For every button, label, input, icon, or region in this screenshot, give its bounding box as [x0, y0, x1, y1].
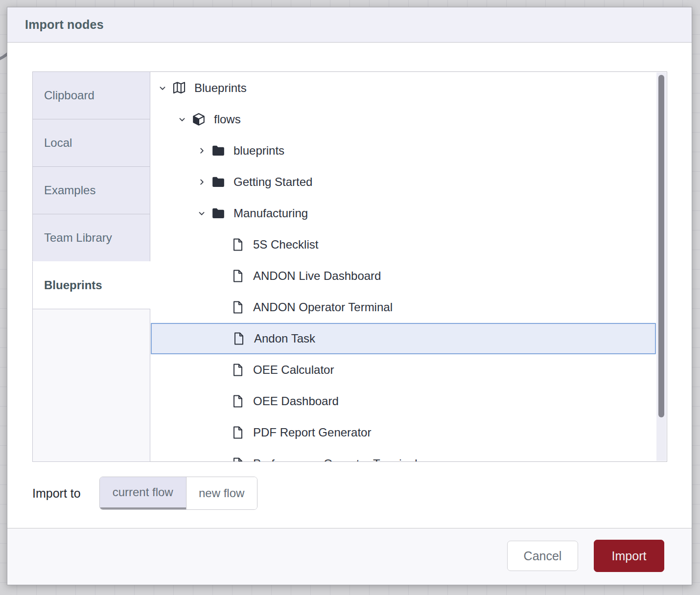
- tree-item-label: OEE Calculator: [253, 363, 334, 377]
- tree-item-label: Manufacturing: [233, 206, 308, 220]
- tree-item-label: flows: [214, 113, 241, 126]
- tab-clipboard[interactable]: Clipboard: [32, 71, 150, 119]
- tree-item-label: 5S Checklist: [253, 238, 318, 252]
- tree-item-pdf-report-generator[interactable]: PDF Report Generator: [150, 417, 656, 448]
- file-icon: [231, 237, 245, 252]
- map-icon: [172, 81, 187, 95]
- file-icon: [231, 363, 245, 377]
- file-icon: [231, 300, 245, 315]
- tree-item-label: Getting Started: [233, 175, 312, 189]
- chevron-spacer: [216, 271, 227, 281]
- chevron-right-icon[interactable]: [196, 145, 207, 156]
- scrollbar-track[interactable]: [656, 72, 666, 461]
- tree-rows: BlueprintsflowsblueprintsGetting Started…: [150, 72, 656, 462]
- library-tree-panel: BlueprintsflowsblueprintsGetting Started…: [150, 71, 667, 462]
- file-icon: [231, 269, 245, 283]
- chevron-spacer: [216, 427, 227, 438]
- tree-item-andon-operator-terminal[interactable]: ANDON Operator Terminal: [150, 292, 656, 323]
- chevron-spacer: [216, 239, 227, 250]
- tree-item-oee-dashboard[interactable]: OEE Dashboard: [150, 386, 656, 417]
- file-icon: [231, 394, 245, 409]
- tree-item-manufacturing[interactable]: Manufacturing: [150, 198, 656, 229]
- chevron-down-icon[interactable]: [177, 114, 187, 125]
- import-nodes-dialog: Import nodes ClipboardLocalExamplesTeam …: [7, 7, 692, 585]
- tree-item-label: Performance Operator Terminal: [253, 457, 418, 462]
- scrollbar-thumb[interactable]: [658, 75, 664, 417]
- tree-item-getting-started[interactable]: Getting Started: [150, 166, 656, 198]
- dialog-title: Import nodes: [25, 18, 104, 32]
- chevron-right-icon: [196, 145, 207, 156]
- tree-item-label: PDF Report Generator: [253, 426, 371, 439]
- import-target-toggle: current flownew flow: [99, 477, 257, 510]
- cancel-button[interactable]: Cancel: [507, 541, 578, 571]
- file-icon: [232, 331, 246, 346]
- import-to-row: Import to current flownew flow: [32, 477, 257, 510]
- file-icon: [231, 457, 245, 462]
- chevron-down-icon: [177, 114, 187, 125]
- folder-icon: [211, 206, 226, 221]
- dialog-footer: Cancel Import: [7, 528, 692, 585]
- tree-item-label: Andon Task: [254, 332, 315, 345]
- file-icon: [231, 269, 245, 283]
- import-to-label: Import to: [32, 486, 81, 501]
- tree-item-flows[interactable]: flows: [150, 104, 656, 135]
- map-icon: [172, 81, 187, 95]
- file-icon: [231, 363, 245, 377]
- file-icon: [231, 457, 245, 462]
- tree-item-andon-live-dashboard[interactable]: ANDON Live Dashboard: [150, 260, 656, 292]
- file-icon: [231, 425, 245, 440]
- tree-item-label: ANDON Live Dashboard: [253, 269, 381, 283]
- chevron-right-icon[interactable]: [196, 177, 207, 187]
- chevron-right-icon: [196, 177, 207, 187]
- chevron-down-icon[interactable]: [196, 208, 207, 219]
- tree-item-performance-operator-terminal[interactable]: Performance Operator Terminal: [150, 448, 656, 462]
- tab-blueprints[interactable]: Blueprints: [32, 261, 151, 309]
- tree-item-label: Blueprints: [194, 81, 247, 95]
- tree-item-label: blueprints: [233, 144, 284, 158]
- file-icon: [232, 331, 246, 346]
- folder-icon: [211, 175, 226, 189]
- chevron-down-icon: [157, 83, 168, 93]
- folder-icon: [211, 175, 226, 189]
- folder-icon: [211, 206, 226, 221]
- file-icon: [231, 394, 245, 409]
- chevron-spacer: [217, 333, 228, 344]
- tree-item-oee-calculator[interactable]: OEE Calculator: [150, 354, 656, 386]
- tab-examples[interactable]: Examples: [32, 166, 150, 214]
- chevron-spacer: [216, 396, 227, 407]
- import-target-new-flow[interactable]: new flow: [186, 477, 257, 509]
- tree-item-label: OEE Dashboard: [253, 394, 339, 408]
- tree-item-andon-task[interactable]: Andon Task: [151, 323, 656, 354]
- chevron-spacer: [216, 458, 227, 462]
- cube-icon: [191, 112, 206, 127]
- folder-icon: [211, 143, 226, 158]
- tree-item-label: ANDON Operator Terminal: [253, 300, 393, 314]
- tree-item-blueprints[interactable]: Blueprints: [150, 72, 656, 104]
- file-icon: [231, 237, 245, 252]
- tab-local[interactable]: Local: [32, 119, 150, 167]
- folder-icon: [211, 143, 226, 158]
- tab-column-filler: [32, 309, 150, 462]
- import-button[interactable]: Import: [594, 540, 664, 572]
- cube-icon: [191, 112, 206, 127]
- dialog-header: Import nodes: [7, 7, 692, 43]
- chevron-down-icon[interactable]: [157, 83, 168, 93]
- tree-item-5s-checklist[interactable]: 5S Checklist: [150, 229, 656, 260]
- file-icon: [231, 425, 245, 440]
- tab-list: ClipboardLocalExamplesTeam LibraryBluepr…: [32, 71, 150, 462]
- chevron-spacer: [216, 365, 227, 375]
- import-target-current-flow[interactable]: current flow: [100, 477, 186, 509]
- chevron-down-icon: [196, 208, 207, 219]
- chevron-spacer: [216, 302, 227, 313]
- tab-team-library[interactable]: Team Library: [32, 214, 150, 262]
- tree-item-blueprints[interactable]: blueprints: [150, 135, 656, 166]
- file-icon: [231, 300, 245, 315]
